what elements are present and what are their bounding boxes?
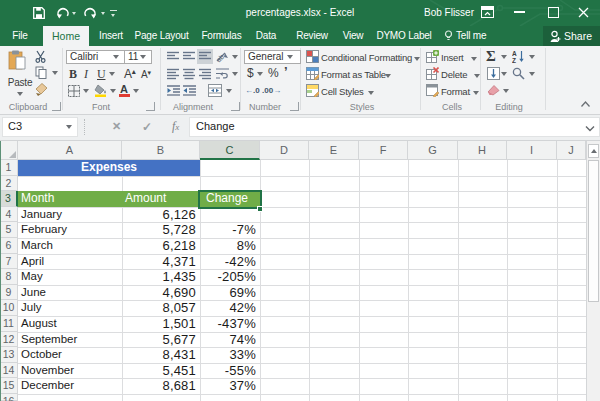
svg-text:Z: Z [512, 57, 516, 63]
svg-text:A: A [512, 50, 517, 57]
